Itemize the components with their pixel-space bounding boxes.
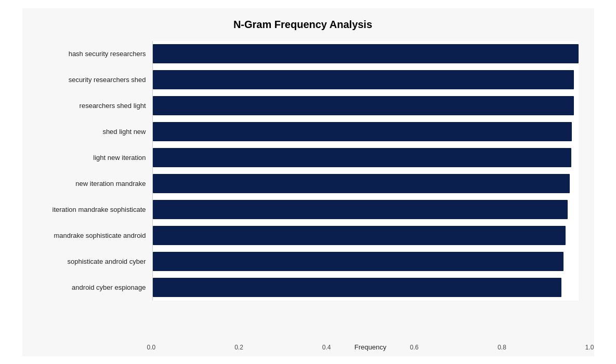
bar-fill xyxy=(153,226,566,246)
bar-row: iteration mandrake sophisticate xyxy=(28,197,579,223)
bar-label: iteration mandrake sophisticate xyxy=(28,206,152,213)
bar-label: mandrake sophisticate android xyxy=(28,232,152,239)
bar-track xyxy=(152,275,579,301)
bar-label: shed light new xyxy=(28,128,152,136)
bar-fill xyxy=(153,200,568,220)
bar-track xyxy=(152,223,579,249)
bar-row: sophisticate android cyber xyxy=(28,249,579,275)
bar-fill xyxy=(153,122,572,142)
bar-track xyxy=(152,119,579,145)
chart-title: N-Gram Frequency Analysis xyxy=(28,19,579,31)
bar-row: hash security researchers xyxy=(28,41,579,67)
bar-row: mandrake sophisticate android xyxy=(28,223,579,249)
bar-track xyxy=(152,93,579,119)
bar-label: sophisticate android cyber xyxy=(28,258,152,265)
bar-row: android cyber espionage xyxy=(28,275,579,301)
x-axis-label: Frequency xyxy=(147,343,594,351)
bar-track xyxy=(152,145,579,171)
bar-label: light new iteration xyxy=(28,154,152,161)
bar-fill xyxy=(153,70,574,90)
bar-fill xyxy=(153,252,563,272)
bar-track xyxy=(152,41,579,67)
bar-label: android cyber espionage xyxy=(28,284,152,291)
chart-container: N-Gram Frequency Analysis hash security … xyxy=(22,8,594,356)
bar-label: security researchers shed xyxy=(28,76,152,84)
bar-fill xyxy=(153,96,574,116)
bar-label: new iteration mandrake xyxy=(28,180,152,187)
bar-fill xyxy=(153,44,579,64)
bar-label: researchers shed light xyxy=(28,102,152,110)
bar-fill xyxy=(153,174,570,194)
bars-area: hash security researcherssecurity resear… xyxy=(28,41,579,301)
bar-track xyxy=(152,67,579,93)
bar-track xyxy=(152,249,579,275)
bar-row: new iteration mandrake xyxy=(28,171,579,197)
bar-track xyxy=(152,171,579,197)
bar-track xyxy=(152,197,579,223)
bar-label: hash security researchers xyxy=(28,50,152,58)
bar-row: light new iteration xyxy=(28,145,579,171)
bar-row: shed light new xyxy=(28,119,579,145)
bar-row: security researchers shed xyxy=(28,67,579,93)
bar-fill xyxy=(153,148,571,168)
bar-row: researchers shed light xyxy=(28,93,579,119)
bar-fill xyxy=(153,278,561,298)
